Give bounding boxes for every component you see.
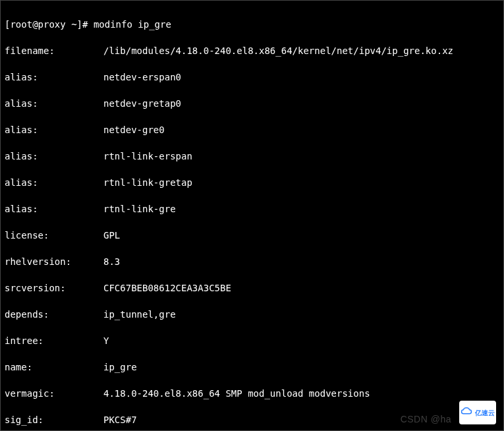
field-row: vermagic:4.18.0-240.el8.x86_64 SMP mod_u… [5, 387, 499, 400]
field-row: srcversion:CFC67BEB08612CEA3A3C5BE [5, 281, 499, 295]
field-value: netdev-gretap0 [103, 98, 181, 109]
field-label: intree: [5, 334, 103, 347]
prompt-line: [root@proxy ~]# modinfo ip_gre [5, 18, 499, 31]
field-row: alias:rtnl-link-gretap [5, 176, 499, 189]
badge-text: 亿速云 [475, 409, 495, 417]
field-label: vermagic: [5, 387, 103, 400]
field-label: alias: [5, 71, 103, 84]
field-label: sig_id: [5, 413, 103, 426]
field-label: alias: [5, 202, 103, 216]
prompt-userhost: [root@proxy ~]# [5, 19, 88, 30]
field-label: alias: [5, 123, 103, 136]
field-row: alias:rtnl-link-gre [5, 202, 499, 216]
field-row: sig_id:PKCS#7 [5, 413, 499, 426]
prompt-command: modinfo ip_gre [94, 19, 171, 30]
field-row: alias:netdev-gretap0 [5, 97, 499, 110]
field-label: depends: [5, 308, 103, 321]
yisu-cloud-badge: 亿速云 [459, 401, 496, 424]
field-value: rtnl-link-gretap [103, 177, 192, 188]
field-value: netdev-erspan0 [103, 72, 181, 82]
field-label: alias: [5, 97, 103, 110]
field-value: ip_tunnel,gre [103, 309, 176, 320]
field-label: license: [5, 229, 103, 242]
field-row: alias:netdev-gre0 [5, 123, 499, 136]
field-value: /lib/modules/4.18.0-240.el8.x86_64/kerne… [103, 45, 453, 56]
field-label: alias: [5, 150, 103, 163]
field-value: 8.3 [103, 256, 120, 267]
field-row: depends:ip_tunnel,gre [5, 308, 499, 321]
field-value: ip_gre [103, 362, 137, 372]
field-label: rhelversion: [5, 255, 103, 268]
terminal-output: [root@proxy ~]# modinfo ip_gre filename:… [0, 0, 504, 431]
field-value: rtnl-link-erspan [103, 151, 192, 161]
field-row: intree:Y [5, 334, 499, 347]
field-label: name: [5, 360, 103, 374]
field-value: CFC67BEB08612CEA3A3C5BE [103, 283, 231, 293]
field-label: filename: [5, 44, 103, 57]
field-value: netdev-gre0 [103, 125, 165, 135]
field-value: PKCS#7 [103, 415, 137, 425]
field-row: license:GPL [5, 229, 499, 242]
cloud-icon [461, 407, 472, 418]
field-label: srcversion: [5, 281, 103, 295]
field-value: 4.18.0-240.el8.x86_64 SMP mod_unload mod… [103, 388, 370, 399]
field-row: name:ip_gre [5, 360, 499, 374]
field-value: Y [103, 335, 109, 346]
field-row: filename:/lib/modules/4.18.0-240.el8.x86… [5, 44, 499, 57]
field-label: alias: [5, 176, 103, 189]
field-value: GPL [103, 230, 120, 241]
field-row: rhelversion:8.3 [5, 255, 499, 268]
field-value: rtnl-link-gre [103, 204, 176, 214]
field-row: alias:netdev-erspan0 [5, 71, 499, 84]
field-row: alias:rtnl-link-erspan [5, 150, 499, 163]
